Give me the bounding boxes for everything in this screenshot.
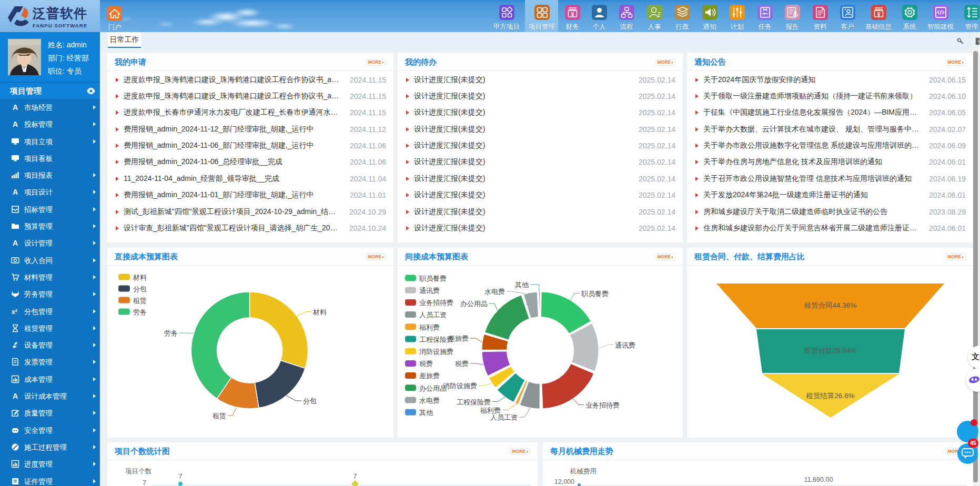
svg-text:A: A xyxy=(13,103,18,112)
svg-text:福利费: 福利费 xyxy=(480,407,501,414)
svg-text:其他: 其他 xyxy=(515,281,529,289)
svg-text:工程保险费: 工程保险费 xyxy=(457,398,491,406)
svg-text:业务招待费: 业务招待费 xyxy=(419,299,453,307)
svg-text:租赁付款29.04%: 租赁付款29.04% xyxy=(804,347,857,355)
svg-text:差旅费: 差旅费 xyxy=(419,372,440,380)
svg-text:办公用品: 办公用品 xyxy=(460,300,488,308)
svg-text:7: 7 xyxy=(143,479,146,486)
svg-text:材料: 材料 xyxy=(133,274,147,281)
svg-text:租赁结算26.6%: 租赁结算26.6% xyxy=(806,392,854,400)
svg-text:分包: 分包 xyxy=(133,285,147,293)
svg-text:A: A xyxy=(13,239,18,247)
svg-text:¥: ¥ xyxy=(571,12,574,17)
svg-text:通讯费: 通讯费 xyxy=(615,341,635,349)
svg-text:A: A xyxy=(13,392,18,400)
svg-text:7: 7 xyxy=(353,473,357,480)
svg-text:租赁: 租赁 xyxy=(213,412,226,420)
svg-text:税费: 税费 xyxy=(419,360,433,368)
svg-text:7: 7 xyxy=(179,473,183,480)
svg-text:12,000: 12,000 xyxy=(554,478,574,485)
svg-text:通讯费: 通讯费 xyxy=(419,287,440,295)
svg-text:租赁: 租赁 xyxy=(133,297,147,305)
svg-text:分包: 分包 xyxy=(303,397,317,405)
svg-text:其他: 其他 xyxy=(419,409,433,417)
svg-text:人员工资: 人员工资 xyxy=(490,413,518,421)
svg-text:材料: 材料 xyxy=(312,308,327,316)
svg-text:职员餐费: 职员餐费 xyxy=(581,290,609,298)
svg-text:福利费: 福利费 xyxy=(419,323,440,331)
svg-text:租赁合同44.36%: 租赁合同44.36% xyxy=(804,301,857,309)
svg-text:机械费用: 机械费用 xyxy=(570,468,597,475)
svg-text:劳务: 劳务 xyxy=(164,329,178,337)
svg-text:¥: ¥ xyxy=(877,12,880,17)
svg-text:项目个数: 项目个数 xyxy=(125,468,152,475)
svg-text:11,690.00: 11,690.00 xyxy=(804,476,833,483)
svg-text:业务招待费: 业务招待费 xyxy=(585,401,620,409)
svg-text:劳务: 劳务 xyxy=(133,308,147,316)
svg-text:水电费: 水电费 xyxy=(484,288,505,296)
svg-text:税费: 税费 xyxy=(455,360,469,368)
svg-text:A: A xyxy=(13,120,18,128)
svg-text:差旅费: 差旅费 xyxy=(448,335,469,342)
svg-text:A: A xyxy=(13,188,18,196)
svg-text:消防设施费: 消防设施费 xyxy=(443,382,477,390)
svg-text:人员工资: 人员工资 xyxy=(419,311,447,319)
svg-text:水电费: 水电费 xyxy=(419,397,440,404)
svg-text:x²: x² xyxy=(12,308,17,316)
svg-text:消防设施费: 消防设施费 xyxy=(419,348,453,356)
svg-text:职员餐费: 职员餐费 xyxy=(419,275,447,282)
